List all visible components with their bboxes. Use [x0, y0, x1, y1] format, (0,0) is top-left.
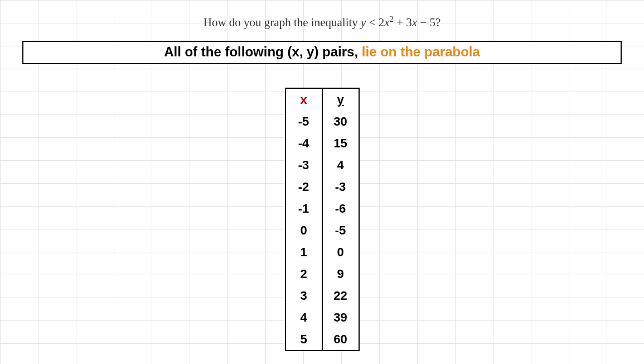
table-row: 560 — [285, 328, 359, 351]
table-header-row: x y — [285, 88, 359, 111]
math-x2: x — [412, 16, 417, 29]
page-content: How do you graph the inequality y < 2x2 … — [0, 0, 644, 351]
cell-x: -1 — [285, 198, 322, 219]
cell-y: 9 — [322, 263, 359, 285]
cell-x: 3 — [285, 285, 322, 306]
question-prefix: How do you graph the inequality — [204, 16, 361, 29]
table-row: 439 — [285, 306, 359, 328]
table-row: -415 — [285, 132, 359, 154]
cell-x: 5 — [285, 328, 322, 351]
math-exp: 2 — [390, 15, 394, 23]
table-body: -530-415-34-2-3-1-60-51029322439560 — [285, 111, 359, 351]
math-lt: < — [366, 16, 378, 29]
cell-y: 22 — [322, 285, 359, 306]
cell-y: -6 — [322, 198, 359, 219]
cell-x: -4 — [285, 132, 322, 154]
cell-x: -5 — [285, 111, 322, 132]
table-wrap: x y -530-415-34-2-3-1-60-51029322439560 — [0, 88, 644, 351]
cell-x: 1 — [285, 241, 322, 263]
banner: All of the following (x, y) pairs, lie o… — [22, 41, 622, 64]
cell-y: 39 — [322, 306, 359, 328]
math-expression: y < 2x2 + 3x − 5? — [361, 16, 440, 29]
table-row: -1-6 — [285, 198, 359, 219]
math-plus3: + 3 — [394, 16, 412, 29]
table-row: -2-3 — [285, 176, 359, 198]
cell-x: -3 — [285, 154, 322, 176]
cell-y: -3 — [322, 176, 359, 198]
banner-black: All of the following (x, y) pairs, — [164, 44, 362, 59]
math-coef: 2 — [379, 16, 385, 29]
table-row: 10 — [285, 241, 359, 263]
cell-y: 4 — [322, 154, 359, 176]
col-header-x: x — [285, 88, 322, 111]
table-row: -530 — [285, 111, 359, 132]
cell-y: 30 — [322, 111, 359, 132]
cell-y: -5 — [322, 219, 359, 241]
table-row: 322 — [285, 285, 359, 306]
math-y: y — [361, 16, 366, 29]
cell-x: 0 — [285, 219, 322, 241]
table-row: 0-5 — [285, 219, 359, 241]
cell-x: -2 — [285, 176, 322, 198]
cell-y: 15 — [322, 132, 359, 154]
cell-y: 60 — [322, 328, 359, 351]
banner-orange: lie on the parabola — [362, 44, 480, 59]
math-x1: x — [384, 16, 389, 29]
col-header-y: y — [322, 88, 359, 111]
math-tail: − 5? — [417, 16, 440, 29]
xy-table: x y -530-415-34-2-3-1-60-51029322439560 — [285, 88, 360, 351]
cell-y: 0 — [322, 241, 359, 263]
table-row: -34 — [285, 154, 359, 176]
table-row: 29 — [285, 263, 359, 285]
question-text: How do you graph the inequality y < 2x2 … — [0, 15, 644, 30]
cell-x: 2 — [285, 263, 322, 285]
cell-x: 4 — [285, 306, 322, 328]
